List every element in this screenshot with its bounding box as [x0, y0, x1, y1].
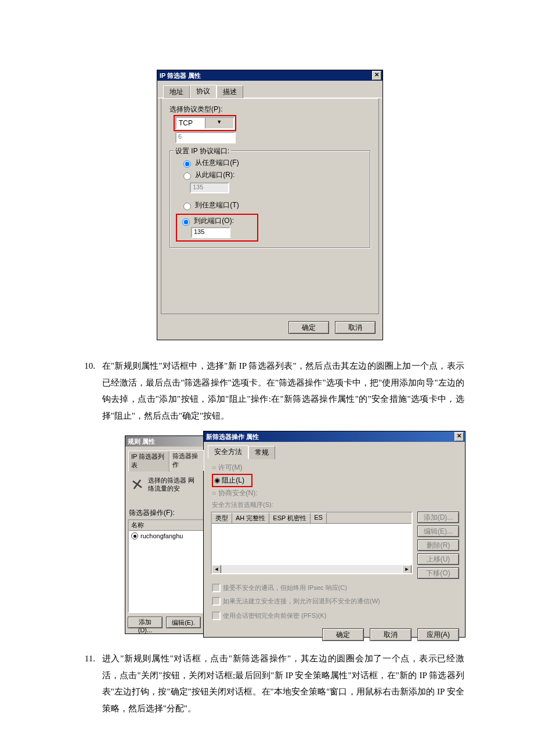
from-this-port-radio[interactable]: 从此端口(R): [181, 170, 364, 180]
titlebar[interactable]: 规则 属性 [125, 436, 207, 447]
filter-action-icon: ✕ [130, 476, 145, 495]
permit-radio[interactable]: ○ 许可(M) [212, 463, 465, 473]
button-row: 添加(D)... 编辑(E). [128, 617, 204, 628]
step-number: 10. [75, 358, 95, 375]
delete-button[interactable]: 删除(R) [417, 539, 459, 551]
step-text: 在"新规则属性"对话框中，选择"新 IP 筛选器列表"，然后点击其左边的圆圈上加… [102, 358, 464, 424]
tab-general[interactable]: 常规 [248, 446, 275, 459]
scroll-right-icon[interactable]: ► [402, 565, 412, 574]
titlebar[interactable]: 新筛选器操作 属性 ✕ [204, 431, 465, 442]
tab-protocol[interactable]: 协议 [190, 85, 217, 98]
security-options: ○ 许可(M) ◉ 阻止(L) ○ 协商安全(N): [212, 463, 465, 498]
dialog-new-filter-action-properties: 新筛选器操作 属性 ✕ 安全方法 常规 ○ 许可(M) ◉ 阻止(L) ○ 协商… [203, 431, 466, 638]
tab-filter-list[interactable]: IP 筛选器列表 [128, 451, 169, 471]
col-ah: AH 完整性 [232, 513, 269, 523]
radio-selected-icon [131, 532, 138, 539]
tabstrip: IP 筛选器列表 筛选器操作 [128, 449, 204, 470]
dialog-ip-filter-properties: IP 筛选器 属性 ✕ 地址 协议 描述 选择协议类型(P): TCP ▼ 6 [157, 70, 383, 340]
dialog-button-bar: 确定 取消 应用(A) [204, 620, 465, 641]
dialog-rule-properties: 规则 属性 IP 筛选器列表 筛选器操作 ✕ 选择的筛选器 网络流量的安 筛选器… [125, 435, 207, 634]
col-type: 类型 [212, 513, 232, 523]
negotiate-radio[interactable]: ○ 协商安全(N): [212, 488, 465, 498]
filter-action-list-label: 筛选器操作(F): [129, 508, 204, 518]
side-buttons: 添加(D)... 编辑(E)... 删除(R) 上移(U) 下移(O) [417, 512, 459, 579]
column-header-name: 名称 [129, 520, 203, 531]
screenshot-ip-filter-properties: IP 筛选器 属性 ✕ 地址 协议 描述 选择协议类型(P): TCP ▼ 6 [157, 70, 464, 340]
ports-group: 设置 IP 协议端口: 从任意端口(F) 从此端口(R): 135 到任意端口(… [169, 150, 370, 248]
check-pfs[interactable]: 使用会话密钥完全向前保密 (PFS)(K) [212, 611, 465, 620]
filter-action-listbox[interactable]: 名称 ruchongfanghu [128, 519, 204, 613]
protocol-type-value: TCP [176, 119, 205, 127]
dialog-button-bar: 确定 取消 [157, 318, 383, 340]
title-text: 新筛选器操作 属性 [206, 433, 259, 441]
col-esp: ESP 机密性 [269, 513, 311, 523]
block-highlight: ◉ 阻止(L) [212, 474, 252, 487]
preference-order-label: 安全方法首选顺序(S): [212, 501, 465, 509]
list-item-label: ruchongfanghu [140, 532, 183, 539]
edit-button[interactable]: 编辑(E). [166, 617, 201, 628]
cancel-button[interactable]: 取消 [370, 628, 412, 641]
tabstrip: 安全方法 常规 [208, 445, 462, 458]
titlebar[interactable]: IP 筛选器 属性 ✕ [157, 70, 383, 81]
scrollbar-horizontal[interactable]: ◄ ► [212, 565, 412, 573]
list-item[interactable]: ruchongfanghu [129, 531, 203, 541]
screenshot-filter-action-properties: 规则 属性 IP 筛选器列表 筛选器操作 ✕ 选择的筛选器 网络流量的安 筛选器… [125, 435, 464, 639]
tab-security-method[interactable]: 安全方法 [208, 445, 248, 459]
chevron-down-icon[interactable]: ▼ [205, 118, 234, 128]
move-up-button[interactable]: 上移(U) [417, 553, 459, 565]
from-any-port-radio[interactable]: 从任意端口(F) [181, 158, 364, 168]
scroll-left-icon[interactable]: ◄ [212, 565, 221, 574]
protocol-type-combo[interactable]: TCP ▼ [175, 117, 234, 129]
step-number: 11. [75, 650, 95, 667]
tab-description[interactable]: 描述 [217, 85, 243, 99]
move-down-button[interactable]: 下移(O) [417, 567, 459, 579]
protocol-type-label: 选择协议类型(P): [169, 105, 370, 114]
instruction-step-10: 10. 在"新规则属性"对话框中，选择"新 IP 筛选器列表"，然后点击其左边的… [75, 358, 464, 424]
methods-area: 类型 AH 完整性 ESP 机密性 ES ◄ ► 添加(D)... 编辑(E).… [211, 512, 459, 579]
tab-filter-action[interactable]: 筛选器操作 [169, 450, 204, 471]
check-accept-unsecured[interactable]: 接受不安全的通讯，但始终用 IPsec 响应(C) [212, 584, 465, 592]
instruction-step-11: 11. 进入"新规则属性"对话框，点击"新筛选器操作"，其左边的圆圈会加了一个点… [75, 650, 464, 717]
edit-button[interactable]: 编辑(E)... [417, 525, 459, 537]
title-text: IP 筛选器 属性 [160, 71, 201, 80]
to-this-port-radio[interactable]: 到此端口(O): [179, 216, 255, 226]
tab-body: 选择协议类型(P): TCP ▼ 6 设置 IP 协议端口: 从任意端口(F) … [161, 98, 379, 314]
close-icon[interactable]: ✕ [372, 71, 381, 80]
checkbox-icon [212, 584, 221, 592]
col-es: ES [311, 513, 327, 523]
add-button[interactable]: 添加(D)... [128, 617, 163, 628]
cancel-button[interactable]: 取消 [335, 321, 376, 334]
close-icon[interactable]: ✕ [454, 432, 464, 441]
ports-group-title: 设置 IP 协议端口: [174, 146, 231, 156]
from-this-port-input[interactable]: 135 [190, 182, 229, 193]
tab-address[interactable]: 地址 [163, 85, 190, 99]
add-button[interactable]: 添加(D)... [417, 512, 459, 523]
apply-button[interactable]: 应用(A) [417, 628, 459, 641]
step-text: 进入"新规则属性"对话框，点击"新筛选器操作"，其左边的圆圈会加了一个点，表示已… [102, 650, 464, 717]
to-this-port-highlight: 到此端口(O): 135 [176, 214, 258, 242]
check-fallback-unsecured[interactable]: 如果无法建立安全连接，则允许回退到不安全的通信(W) [212, 597, 465, 606]
title-text: 规则 属性 [128, 437, 155, 446]
ok-button[interactable]: 确定 [322, 628, 364, 641]
checkbox-icon [212, 597, 221, 606]
tabstrip: 地址 协议 描述 [157, 81, 383, 98]
helper-text: 选择的筛选器 网络流量的安 [148, 477, 200, 492]
checkbox-icon [212, 611, 221, 620]
to-any-port-radio[interactable]: 到任意端口(T) [181, 200, 364, 210]
protocol-number-field[interactable]: 6 [175, 132, 236, 143]
ok-button[interactable]: 确定 [288, 321, 329, 334]
methods-table[interactable]: 类型 AH 完整性 ESP 机密性 ES ◄ ► [211, 512, 413, 574]
block-radio[interactable]: ◉ 阻止(L) [212, 474, 465, 487]
table-header: 类型 AH 完整性 ESP 机密性 ES [212, 513, 412, 524]
to-this-port-input[interactable]: 135 [191, 227, 230, 238]
